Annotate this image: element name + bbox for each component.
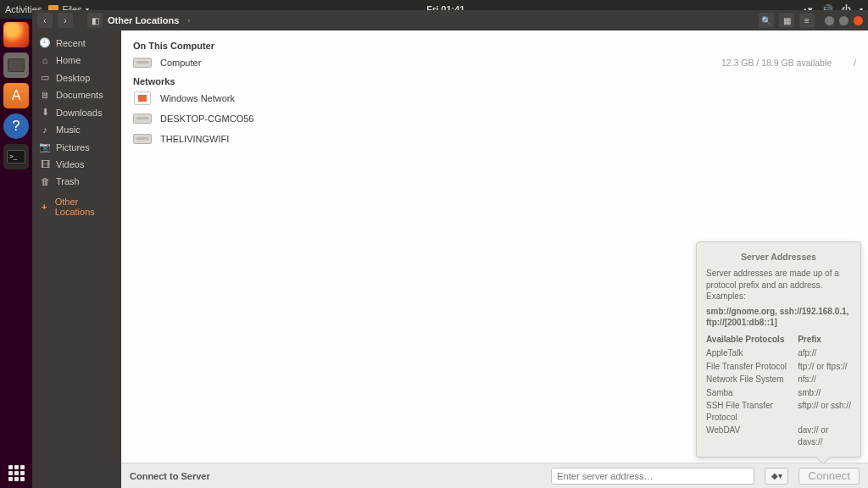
protocols-table: Available ProtocolsPrefix AppleTalkafp:/… <box>706 334 851 449</box>
search-button[interactable]: 🔍 <box>759 13 774 28</box>
launcher-software[interactable]: A <box>3 83 29 108</box>
connect-button[interactable]: Connect <box>798 468 860 485</box>
row-computer[interactable]: Computer 12.3 GB / 18.9 GB available / <box>133 53 856 73</box>
nav-forward-button[interactable]: › <box>58 13 73 28</box>
sidebar-item-pictures[interactable]: 📷Pictures <box>32 138 121 156</box>
window-close-button[interactable] <box>854 16 863 25</box>
places-sidebar: 🕘Recent ⌂Home ▭Desktop 🗎Documents ⬇Downl… <box>32 30 121 488</box>
window-minimize-button[interactable] <box>825 16 834 25</box>
path-toggle-button[interactable]: ◧ <box>87 13 103 28</box>
sidebar-item-videos[interactable]: 🎞Videos <box>32 156 121 173</box>
row-label: Computer <box>160 58 713 68</box>
sidebar-item-label: Downloads <box>56 108 102 118</box>
videos-icon: 🎞 <box>39 159 51 169</box>
connect-label: Connect to Server <box>130 471 210 481</box>
apps-grid-icon <box>8 465 25 481</box>
launcher-help[interactable]: ? <box>3 114 29 139</box>
chevron-right-icon: › <box>187 16 190 25</box>
sidebar-item-label: Music <box>56 125 81 135</box>
mount-path: / <box>854 58 856 68</box>
unity-launcher: A ? >_ <box>0 19 32 488</box>
table-row: SSH File Transfer Protocolsftp:// or ssh… <box>706 399 851 424</box>
sidebar-item-label: Desktop <box>56 73 90 83</box>
launcher-firefox[interactable] <box>3 22 29 47</box>
pictures-icon: 📷 <box>39 141 51 152</box>
section-networks: Networks <box>133 76 856 86</box>
popover-examples: smb://gnome.org, ssh://192.168.0.1, ftp:… <box>706 306 851 329</box>
launcher-files[interactable] <box>3 53 29 78</box>
sidebar-item-recent[interactable]: 🕘Recent <box>32 34 121 52</box>
plus-icon: + <box>39 202 50 212</box>
sidebar-item-other-locations[interactable]: +Other Locations <box>32 193 121 220</box>
nautilus-window: ‹ › ◧ Other Locations › 🔍 ▦ ≡ 🕘Recent ⌂H… <box>32 10 868 488</box>
sidebar-item-label: Home <box>56 55 81 65</box>
server-icon <box>133 114 152 124</box>
section-on-this-computer: On This Computer <box>133 41 856 51</box>
path-title[interactable]: Other Locations <box>108 15 179 25</box>
connect-to-server-bar: Connect to Server ◆▾ Connect <box>121 463 868 488</box>
sidebar-item-label: Videos <box>56 159 84 169</box>
sidebar-item-label: Other Locations <box>55 197 114 217</box>
row-label: THELIVINGWIFI <box>160 134 856 144</box>
sidebar-item-downloads[interactable]: ⬇Downloads <box>32 103 121 121</box>
popover-title: Server Addresses <box>706 251 851 263</box>
server-address-input[interactable] <box>551 468 754 485</box>
clock-icon: 🕘 <box>39 37 51 48</box>
server-icon <box>133 134 152 144</box>
col-prefix: Prefix <box>798 334 851 347</box>
downloads-icon: ⬇ <box>39 107 51 118</box>
nav-back-button[interactable]: ‹ <box>37 13 53 28</box>
popover-description: Server addresses are made up of a protoc… <box>706 268 851 302</box>
row-windows-network[interactable]: Windows Network <box>133 88 856 108</box>
col-protocols: Available Protocols <box>706 334 798 347</box>
sidebar-item-desktop[interactable]: ▭Desktop <box>32 69 121 86</box>
sidebar-item-home[interactable]: ⌂Home <box>32 52 121 69</box>
row-label: Windows Network <box>160 93 856 103</box>
sidebar-item-label: Pictures <box>56 142 90 152</box>
table-row: AppleTalkafp:// <box>706 347 851 360</box>
trash-icon: 🗑 <box>39 176 51 186</box>
hamburger-menu-button[interactable]: ≡ <box>799 13 815 28</box>
music-icon: ♪ <box>39 125 51 135</box>
main-content: On This Computer Computer 12.3 GB / 18.9… <box>121 30 868 488</box>
header-bar: ‹ › ◧ Other Locations › 🔍 ▦ ≡ <box>32 10 868 30</box>
documents-icon: 🗎 <box>39 90 51 100</box>
sidebar-item-documents[interactable]: 🗎Documents <box>32 86 121 103</box>
sidebar-item-trash[interactable]: 🗑Trash <box>32 173 121 190</box>
server-history-button[interactable]: ◆▾ <box>765 468 788 485</box>
table-row: WebDAVdav:// or davs:// <box>706 424 851 448</box>
sidebar-item-music[interactable]: ♪Music <box>32 121 121 138</box>
sidebar-item-label: Documents <box>56 90 103 100</box>
sidebar-item-label: Trash <box>56 176 80 186</box>
disk-usage: 12.3 GB / 18.9 GB available <box>721 58 832 68</box>
desktop-icon: ▭ <box>39 72 51 83</box>
file-manager-icon <box>8 58 25 72</box>
drive-icon <box>133 58 152 68</box>
row-network-host[interactable]: DESKTOP-CGMCO56 <box>133 108 856 129</box>
row-label: DESKTOP-CGMCO56 <box>160 114 856 124</box>
row-network-host[interactable]: THELIVINGWIFI <box>133 129 856 149</box>
show-applications[interactable] <box>8 465 25 481</box>
view-grid-button[interactable]: ▦ <box>779 13 794 28</box>
launcher-terminal[interactable]: >_ <box>3 144 29 169</box>
table-row: File Transfer Protocolftp:// or ftps:// <box>706 360 851 374</box>
home-icon: ⌂ <box>39 55 51 65</box>
window-maximize-button[interactable] <box>839 16 849 25</box>
windows-network-icon <box>134 92 151 105</box>
sidebar-item-label: Recent <box>56 38 86 48</box>
terminal-icon: >_ <box>7 150 25 164</box>
server-addresses-popover: Server Addresses Server addresses are ma… <box>696 241 861 458</box>
table-row: Sambasmb:// <box>706 386 851 400</box>
table-row: Network File Systemnfs:// <box>706 373 851 386</box>
